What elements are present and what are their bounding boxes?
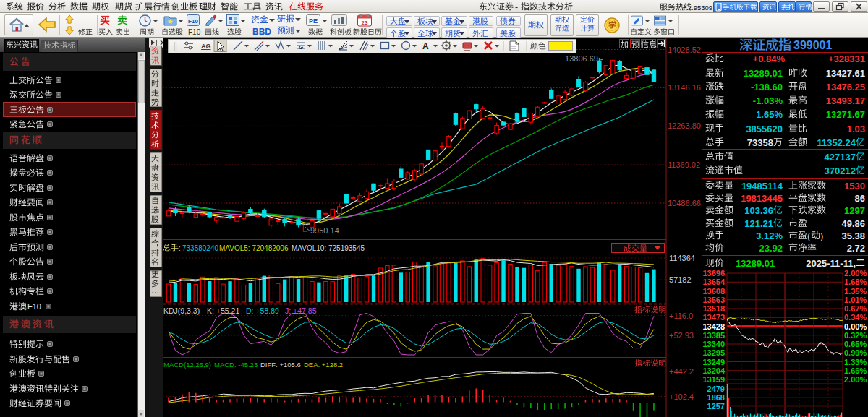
svg-text:+442.2: +442.2 xyxy=(669,367,694,376)
svg-text:1.66%: 1.66% xyxy=(844,366,867,375)
svg-text:13249: 13249 xyxy=(702,358,725,366)
svg-text:57182: 57182 xyxy=(669,275,692,284)
svg-text:13146.16: 13146.16 xyxy=(668,83,701,92)
svg-text:12263.80: 12263.80 xyxy=(668,121,701,130)
svg-text:13340: 13340 xyxy=(702,340,725,348)
svg-text:13204: 13204 xyxy=(702,366,725,375)
svg-text:F10: F10 xyxy=(188,18,198,25)
svg-text:2.00%: 2.00% xyxy=(844,375,867,384)
svg-text:0.99%: 0.99% xyxy=(844,348,867,357)
svg-text:13385: 13385 xyxy=(702,331,725,340)
svg-text:13295: 13295 xyxy=(702,348,725,357)
svg-text:13806.69: 13806.69 xyxy=(565,54,598,63)
svg-text:23: 23 xyxy=(362,20,368,26)
svg-text:10486.66: 10486.66 xyxy=(668,199,701,207)
svg-text:2479: 2479 xyxy=(707,384,725,393)
svg-text:2.00%: 2.00% xyxy=(844,270,867,278)
svg-text:0.65%: 0.65% xyxy=(844,340,867,348)
svg-text:13608: 13608 xyxy=(702,287,725,296)
svg-text:+116.0: +116.0 xyxy=(669,311,693,320)
svg-text:G: G xyxy=(299,44,303,51)
svg-text:1868: 1868 xyxy=(707,393,725,402)
svg-text:13518: 13518 xyxy=(702,304,725,313)
svg-text:PE: PE xyxy=(309,17,318,25)
svg-text:13473: 13473 xyxy=(702,313,725,322)
svg-text:1257: 1257 xyxy=(707,402,725,410)
svg-text:13563: 13563 xyxy=(702,296,725,304)
svg-text:9950.14: 9950.14 xyxy=(310,226,339,235)
svg-text:A: A xyxy=(422,41,429,51)
svg-text:+52.93: +52.93 xyxy=(669,331,694,340)
svg-text:1.35%: 1.35% xyxy=(844,287,867,296)
svg-text:13696: 13696 xyxy=(702,270,725,278)
svg-text:14028.52: 14028.52 xyxy=(668,46,701,54)
svg-text:+102.4: +102.4 xyxy=(669,392,694,401)
svg-text:114364: 114364 xyxy=(669,254,695,262)
svg-text:1.01%: 1.01% xyxy=(844,296,867,304)
svg-text:1.68%: 1.68% xyxy=(844,278,867,286)
svg-text:11369.02: 11369.02 xyxy=(668,160,700,169)
svg-text:0.32%: 0.32% xyxy=(844,331,867,340)
svg-text:13428: 13428 xyxy=(702,322,725,331)
svg-text:1.33%: 1.33% xyxy=(844,358,867,366)
svg-text:0.67%: 0.67% xyxy=(844,304,867,313)
svg-text:13654: 13654 xyxy=(702,278,725,286)
svg-text:0.34%: 0.34% xyxy=(844,313,867,322)
svg-text:AG: AG xyxy=(201,43,211,50)
svg-text:0.00%: 0.00% xyxy=(844,322,867,331)
svg-text:13159: 13159 xyxy=(702,375,725,384)
